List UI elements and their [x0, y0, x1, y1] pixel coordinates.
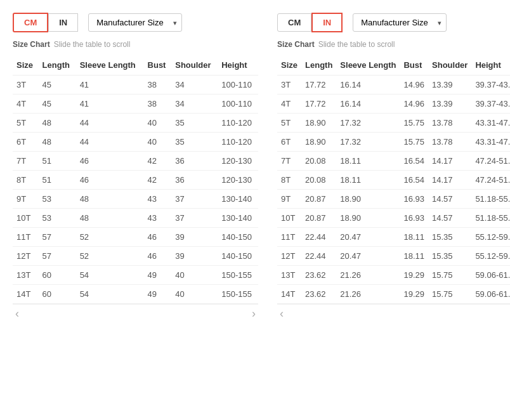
table-cell: 39	[171, 228, 218, 247]
table-cell: 12T	[277, 247, 301, 266]
table-cell: 16.93	[400, 209, 428, 228]
table-cell: 5T	[13, 114, 39, 133]
table-cell: 34	[171, 95, 218, 114]
table-cell: 60	[39, 285, 76, 304]
table-row: 9T53484337130-140	[13, 190, 258, 209]
table-cell: 110-120	[218, 114, 258, 133]
table-cell: 13T	[13, 266, 39, 285]
table-cell: 40	[144, 114, 172, 133]
cm-button[interactable]: CM	[277, 13, 311, 32]
table-row: 7T20.0818.1116.5414.1747.24-51.18	[277, 152, 510, 171]
table-cell: 150-155	[218, 266, 258, 285]
table-row: 8T51464236120-130	[13, 171, 258, 190]
manufacturer-dropdown[interactable]: Manufacturer Size	[88, 13, 182, 32]
table-row: 14T23.6221.2619.2915.7559.06-61.02	[277, 285, 510, 304]
table-cell: 15.75	[428, 266, 471, 285]
table-cell: 140-150	[218, 247, 258, 266]
table-cell: 18.90	[301, 133, 336, 152]
table-cell: 38	[144, 75, 172, 95]
table-cell: 36	[171, 152, 218, 171]
scroll-left-icon: ‹	[280, 307, 284, 320]
manufacturer-dropdown[interactable]: Manufacturer Size	[353, 13, 447, 32]
table-cell: 38	[144, 95, 172, 114]
table-cell: 150-155	[218, 285, 258, 304]
table-row: 8T20.0818.1116.5414.1747.24-51.18	[277, 171, 510, 190]
size-chart-subtitle: Slide the table to scroll	[54, 40, 131, 49]
table-cell: 45	[39, 95, 76, 114]
table-cell: 20.08	[301, 152, 336, 171]
table-cell: 36	[171, 171, 218, 190]
table-cell: 7T	[13, 152, 39, 171]
table-header: Sleeve Length	[336, 55, 400, 75]
table-cell: 14.96	[400, 95, 428, 114]
table-header: Bust	[400, 55, 428, 75]
table-cell: 55.12-59.06	[471, 228, 510, 247]
table-cell: 37	[171, 209, 218, 228]
table-cell: 48	[76, 190, 144, 209]
table-cell: 41	[76, 95, 144, 114]
table-cell: 55.12-59.06	[471, 247, 510, 266]
table-cell: 46	[76, 152, 144, 171]
table-cell: 100-110	[218, 95, 258, 114]
cm-button[interactable]: CM	[13, 13, 48, 32]
table-cell: 59.06-61.02	[471, 266, 510, 285]
table-cell: 57	[39, 228, 76, 247]
table-cell: 59.06-61.02	[471, 285, 510, 304]
table-row: 12T22.4420.4718.1115.3555.12-59.06	[277, 247, 510, 266]
in-button[interactable]: IN	[48, 13, 78, 32]
table-header: Sleeve Length	[76, 55, 144, 75]
table-cell: 15.75	[400, 114, 428, 133]
table-cell: 7T	[277, 152, 301, 171]
table-header: Length	[301, 55, 336, 75]
table-cell: 43.31-47.24	[471, 114, 510, 133]
table-cell: 39	[171, 247, 218, 266]
table-cell: 3T	[13, 75, 39, 95]
table-cell: 18.90	[336, 209, 400, 228]
table-cell: 46	[76, 171, 144, 190]
table-header: Size	[277, 55, 301, 75]
table-cell: 14.17	[428, 171, 471, 190]
table-cell: 48	[39, 133, 76, 152]
table-cell: 49	[144, 285, 172, 304]
in-button[interactable]: IN	[311, 13, 343, 32]
size-chart-title: Size Chart	[277, 40, 315, 49]
table-row: 12T57524639140-150	[13, 247, 258, 266]
table-row: 5T18.9017.3215.7513.7843.31-47.24	[277, 114, 510, 133]
table-container[interactable]: SizeLengthSleeve LengthBustShoulderHeigh…	[277, 55, 510, 305]
table-cell: 15.35	[428, 247, 471, 266]
size-chart-label: Size ChartSlide the table to scroll	[13, 40, 258, 49]
table-cell: 22.44	[301, 247, 336, 266]
table-row: 3T17.7216.1414.9613.3939.37-43.31	[277, 75, 510, 95]
table-cell: 18.90	[301, 114, 336, 133]
table-cell: 17.32	[336, 133, 400, 152]
table-cell: 47.24-51.18	[471, 152, 510, 171]
table-container[interactable]: SizeLengthSleeve LengthBustShoulderHeigh…	[13, 55, 258, 305]
table-cell: 3T	[277, 75, 301, 95]
table-cell: 49	[144, 266, 172, 285]
table-cell: 16.14	[336, 95, 400, 114]
table-cell: 120-130	[218, 152, 258, 171]
table-cell: 43	[144, 190, 172, 209]
table-header: Shoulder	[428, 55, 471, 75]
table-row: 3T45413834100-110	[13, 75, 258, 95]
table-cell: 13T	[277, 266, 301, 285]
table-cell: 23.62	[301, 266, 336, 285]
table-cell: 18.11	[400, 247, 428, 266]
table-cell: 14.96	[400, 75, 428, 95]
table-cell: 14.57	[428, 190, 471, 209]
table-cell: 42	[144, 152, 172, 171]
table-row: 13T60544940150-155	[13, 266, 258, 285]
table-cell: 54	[76, 266, 144, 285]
table-cell: 20.87	[301, 190, 336, 209]
table-cell: 20.47	[336, 247, 400, 266]
scroll-indicator: ‹›	[13, 305, 258, 323]
table-cell: 60	[39, 266, 76, 285]
table-row: 4T17.7216.1414.9613.3939.37-43.31	[277, 95, 510, 114]
table-cell: 100-110	[218, 75, 258, 95]
unit-buttons-row: CMINManufacturer Size▾	[13, 13, 258, 32]
table-cell: 8T	[13, 171, 39, 190]
scroll-indicator: ‹›	[277, 305, 510, 323]
table-cell: 34	[171, 75, 218, 95]
table-cell: 11T	[13, 228, 39, 247]
size-chart-label: Size ChartSlide the table to scroll	[277, 40, 510, 49]
